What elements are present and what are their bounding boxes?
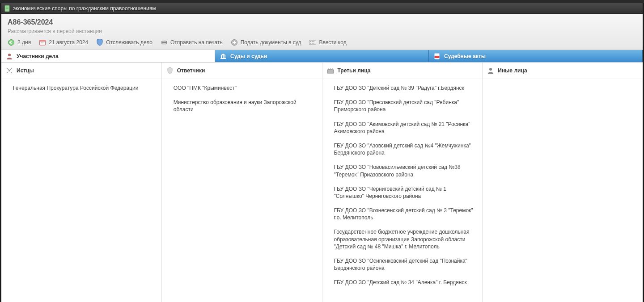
browser-chrome-top: [0, 0, 644, 3]
defendants-list: ООО "ПМК "Крыминвест" Министерство образ…: [162, 79, 322, 113]
plaintiffs-list: Генеральная Прокуратура Российской Федер…: [1, 79, 161, 92]
shield-outline-icon: [166, 67, 174, 74]
svg-rect-8: [42, 42, 43, 43]
date-info: 21 августа 2024: [39, 39, 88, 46]
date-label: 21 августа 2024: [49, 39, 88, 46]
svg-rect-11: [162, 40, 166, 42]
tab-acts-label: Судебные акты: [444, 53, 486, 59]
list-item[interactable]: ООО "ПМК "Крыминвест": [174, 84, 316, 92]
enter-code-button[interactable]: Ввести код: [309, 39, 346, 46]
svg-rect-24: [225, 55, 225, 58]
list-item[interactable]: ГБУ ДОО ЗО "Черниговский детский сад № 1…: [334, 185, 476, 200]
svg-rect-3: [6, 8, 8, 9]
duration-info: 2 дня: [8, 39, 31, 46]
content-scroll[interactable]: Истцы Генеральная Прокуратура Российской…: [1, 63, 643, 302]
third-parties-list: ГБУ ДОО ЗО "Детский сад № 39 "Радуга" г.…: [322, 79, 483, 286]
others-list: [483, 79, 643, 84]
list-item[interactable]: ГБУ ДОО ЗО "Азовский детский сад №4 "Жем…: [334, 142, 476, 156]
list-item[interactable]: ГБУ ДОО ЗО "Акимовский детский сад № 21 …: [334, 121, 476, 135]
fortress-icon: [327, 67, 334, 74]
case-toolbar: 2 дня 21 августа 2024 Отслеживать дело О…: [8, 39, 636, 46]
column-defendants-title: Ответчики: [177, 67, 205, 74]
svg-rect-7: [41, 42, 42, 43]
list-item[interactable]: Генеральная Прокуратура Российской Федер…: [13, 84, 155, 92]
column-defendants: Ответчики ООО "ПМК "Крыминвест" Министер…: [162, 63, 322, 302]
follow-case-label: Отслеживать дело: [106, 39, 153, 46]
svg-rect-23: [223, 55, 224, 58]
list-item[interactable]: ГБУ ДОО ЗО "Детский сад № 34 "Аленка" г.…: [334, 279, 476, 286]
svg-rect-9: [43, 42, 44, 43]
keypad-icon: [309, 39, 316, 46]
tabs-row: Участники дела Суды и судьи Судебные акт…: [1, 50, 643, 63]
svg-rect-27: [435, 56, 440, 58]
content-scroll-wrap: Истцы Генеральная Прокуратура Российской…: [1, 63, 643, 302]
enter-code-label: Ввести код: [319, 39, 346, 46]
tab-courts-label: Суды и судьи: [230, 53, 267, 59]
svg-rect-25: [220, 58, 226, 59]
submit-docs-label: Подать документы в суд: [241, 39, 301, 46]
swords-icon: [6, 67, 13, 74]
svg-point-15: [310, 41, 311, 42]
window-title-bar: экономические споры по гражданским право…: [1, 3, 643, 14]
list-item[interactable]: ГБУ ДОО ЗО "Преславский детский сад "Ряб…: [334, 99, 476, 113]
svg-rect-22: [221, 55, 222, 58]
svg-rect-12: [162, 43, 166, 45]
column-third-parties-header: Третьи лица: [322, 63, 483, 79]
print-label: Отправить на печать: [170, 39, 223, 46]
arrow-back-icon: [8, 39, 15, 46]
window-title: экономические споры по гражданским право…: [13, 5, 156, 12]
list-item[interactable]: ГБУ ДОО ЗО "Вознесенский детский сад № 3…: [334, 207, 476, 221]
column-plaintiffs-title: Истцы: [17, 67, 34, 74]
shield-icon: [96, 39, 103, 46]
plus-circle-icon: [231, 39, 238, 46]
participants-panel: Истцы Генеральная Прокуратура Российской…: [1, 63, 643, 302]
person-icon: [6, 53, 13, 60]
list-item[interactable]: ГБУ ДОО ЗО "Осипенковский детский сад "П…: [334, 257, 476, 272]
duration-label: 2 дня: [17, 39, 31, 46]
case-status: Рассматривается в первой инстанции: [8, 28, 636, 34]
list-item[interactable]: ГБУ ДОО ЗО "Детский сад № 39 "Радуга" г.…: [334, 84, 476, 92]
column-plaintiffs-header: Истцы: [1, 63, 161, 79]
column-others-header: Иные лица: [483, 63, 643, 79]
column-others-title: Иные лица: [498, 67, 527, 74]
svg-point-16: [312, 41, 313, 42]
document-icon: [4, 5, 10, 12]
tab-participants-label: Участники дела: [17, 53, 59, 59]
svg-rect-14: [309, 40, 316, 45]
follow-case-button[interactable]: Отслеживать дело: [96, 39, 153, 46]
svg-point-20: [314, 43, 314, 44]
svg-rect-2: [6, 8, 8, 8]
list-item[interactable]: ГБУ ДОО ЗО "Нововасильевский детский сад…: [334, 164, 476, 178]
svg-rect-6: [40, 40, 46, 42]
print-button[interactable]: Отправить на печать: [161, 39, 223, 46]
printer-icon: [161, 39, 168, 46]
tab-acts[interactable]: Судебные акты: [429, 50, 643, 62]
svg-point-17: [314, 41, 314, 42]
column-others: Иные лица: [483, 63, 643, 302]
column-third-parties: Третьи лица ГБУ ДОО ЗО "Детский сад № 39…: [322, 63, 483, 302]
svg-point-19: [312, 43, 313, 44]
column-defendants-header: Ответчики: [162, 63, 322, 79]
tab-participants[interactable]: Участники дела: [1, 50, 215, 62]
list-item[interactable]: Государственное бюджетное учреждение дош…: [334, 228, 476, 250]
svg-point-28: [489, 68, 492, 71]
calendar-icon: [39, 39, 46, 46]
app-window: экономические споры по гражданским право…: [1, 3, 643, 302]
column-plaintiffs: Истцы Генеральная Прокуратура Российской…: [1, 63, 162, 302]
case-number: А86-365/2024: [8, 18, 636, 26]
svg-point-21: [8, 54, 11, 56]
svg-rect-1: [6, 7, 8, 7]
submit-docs-button[interactable]: Подать документы в суд: [231, 39, 301, 46]
person-silhouette-icon: [487, 67, 494, 74]
tab-courts[interactable]: Суды и судьи: [215, 50, 429, 62]
svg-point-18: [310, 43, 311, 44]
column-third-parties-title: Третьи лица: [338, 67, 371, 74]
case-header: А86-365/2024 Рассматривается в первой ин…: [1, 14, 643, 50]
pdf-document-icon: [433, 53, 441, 60]
list-item[interactable]: Министерство образования и науки Запорож…: [174, 99, 316, 113]
court-building-icon: [220, 53, 227, 60]
